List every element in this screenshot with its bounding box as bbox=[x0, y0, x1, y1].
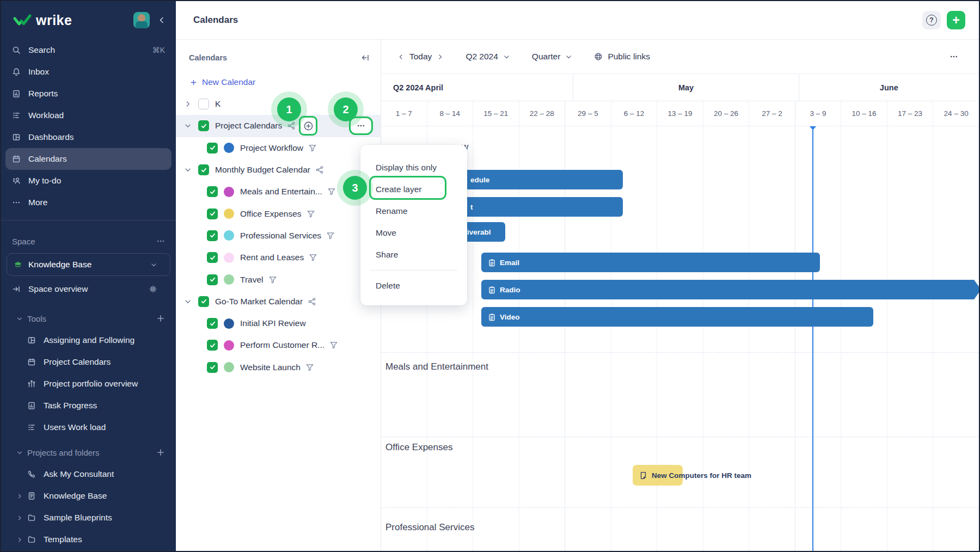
checkbox-checked[interactable] bbox=[207, 274, 218, 285]
filter-icon[interactable] bbox=[305, 363, 314, 372]
calendar-row-rent-leases[interactable]: Rent and Leases bbox=[176, 247, 381, 268]
collapse-panel-icon[interactable] bbox=[361, 53, 370, 62]
projects-folders-header[interactable]: Projects and folders bbox=[1, 441, 176, 463]
sidebar-item-task-progress[interactable]: Task Progress bbox=[1, 395, 176, 416]
checkbox-checked[interactable] bbox=[198, 164, 209, 175]
sidebar-item-project-portfolio[interactable]: Project portfolio overview bbox=[1, 373, 176, 395]
panel-title: Calendars bbox=[189, 53, 227, 62]
chevron-down-icon[interactable] bbox=[184, 298, 192, 305]
chevron-down-icon[interactable] bbox=[184, 122, 192, 130]
sidebar-item-dashboards[interactable]: Dashboards bbox=[1, 126, 176, 148]
add-project-icon[interactable] bbox=[156, 448, 165, 457]
gear-icon[interactable] bbox=[149, 285, 157, 293]
sidebar-collapse-icon[interactable] bbox=[157, 16, 166, 24]
sidebar-item-workload[interactable]: Workload bbox=[1, 105, 176, 126]
checkbox-checked[interactable] bbox=[207, 230, 218, 241]
sidebar-item-users-workload[interactable]: Users Work load bbox=[1, 416, 176, 438]
gantt-note-new-computers[interactable]: New Computers for HR team bbox=[633, 465, 751, 486]
new-calendar-button[interactable]: New Calendar bbox=[176, 71, 381, 93]
calendar-row-initial-kpi[interactable]: Initial KPI Review bbox=[176, 312, 381, 334]
zoom-dropdown[interactable]: Quarter bbox=[532, 52, 573, 62]
date-range-dropdown[interactable]: Q2 2024 bbox=[465, 52, 510, 62]
gantt-bar-video[interactable]: Video bbox=[481, 307, 873, 327]
menu-item-delete[interactable]: Delete bbox=[360, 275, 467, 297]
checkbox-checked[interactable] bbox=[207, 252, 218, 263]
chevron-down-icon[interactable] bbox=[184, 166, 192, 174]
add-layer-button-highlight[interactable] bbox=[299, 116, 317, 136]
checkbox-checked[interactable] bbox=[198, 296, 209, 307]
checkbox-checked[interactable] bbox=[207, 362, 218, 373]
calendar-row-office-expenses[interactable]: Office Expenses bbox=[176, 203, 381, 224]
sidebar-item-assigning-following[interactable]: Assigning and Following bbox=[1, 329, 176, 351]
public-links-button[interactable]: Public links bbox=[594, 52, 650, 62]
ellipsis-icon[interactable] bbox=[357, 121, 365, 130]
sidebar-item-more[interactable]: More bbox=[1, 192, 176, 213]
gantt-bar-email[interactable]: Email bbox=[481, 253, 820, 272]
space-kebab-icon[interactable] bbox=[156, 237, 165, 246]
share-icon[interactable] bbox=[308, 297, 316, 306]
checkbox-checked[interactable] bbox=[207, 143, 218, 154]
checkbox-checked[interactable] bbox=[207, 208, 218, 219]
calendar-row-travel[interactable]: Travel bbox=[176, 268, 381, 290]
sidebar-item-project-calendars[interactable]: Project Calendars bbox=[1, 351, 176, 373]
checkbox-checked[interactable] bbox=[207, 186, 218, 197]
calendar-row-professional-services[interactable]: Professional Services bbox=[176, 225, 381, 247]
chevron-right-icon[interactable] bbox=[16, 514, 23, 522]
sidebar-item-sample-blueprints[interactable]: Sample Blueprints bbox=[1, 507, 176, 529]
next-icon[interactable] bbox=[437, 53, 444, 60]
top-bar: Calendars ? + bbox=[176, 1, 979, 40]
checkbox-checked[interactable] bbox=[207, 340, 218, 351]
calendar-row-website-launch[interactable]: Website Launch bbox=[176, 357, 381, 378]
brand-name: wrike bbox=[36, 13, 72, 28]
menu-item-create-layer[interactable]: Create layer bbox=[360, 179, 467, 200]
calendar-row-perform-customer[interactable]: Perform Customer R... bbox=[176, 334, 381, 356]
chevron-right-icon[interactable] bbox=[16, 493, 23, 500]
sidebar-item-my-todo[interactable]: My to-do bbox=[1, 170, 176, 192]
checkbox-checked[interactable] bbox=[207, 318, 218, 329]
share-icon[interactable] bbox=[287, 121, 296, 130]
prev-icon[interactable] bbox=[397, 53, 405, 60]
gantt-bar-radio[interactable]: Radio bbox=[481, 280, 979, 299]
chevron-right-icon[interactable] bbox=[16, 536, 23, 543]
month-cell-april: Q2 2024 April bbox=[381, 74, 573, 101]
plus-circle-icon[interactable] bbox=[303, 121, 314, 131]
sidebar-item-knowledge-base[interactable]: Knowledge Base bbox=[1, 485, 176, 507]
sidebar-item-templates[interactable]: Templates bbox=[1, 529, 176, 550]
calendar-row-go-to-market[interactable]: Go-To Market Calendar bbox=[176, 291, 381, 312]
filter-icon[interactable] bbox=[309, 253, 317, 262]
menu-item-move[interactable]: Move bbox=[360, 222, 467, 244]
share-icon[interactable] bbox=[315, 165, 324, 174]
sidebar-item-inbox[interactable]: Inbox bbox=[1, 61, 176, 83]
sidebar-item-search[interactable]: Search ⌘K bbox=[1, 39, 176, 61]
add-tool-icon[interactable] bbox=[156, 314, 165, 323]
sidebar-item-ask-my-consultant[interactable]: Ask My Consultant bbox=[1, 463, 176, 485]
menu-item-share[interactable]: Share bbox=[360, 244, 467, 266]
sidebar-item-reports[interactable]: Reports bbox=[1, 83, 176, 105]
row-menu-button-highlight[interactable] bbox=[349, 116, 373, 135]
menu-item-display-this-only[interactable]: Display this only bbox=[360, 157, 467, 179]
timeline-menu-icon[interactable] bbox=[950, 52, 958, 61]
menu-item-rename[interactable]: Rename bbox=[360, 200, 467, 222]
sidebar-item-space-overview[interactable]: Space overview bbox=[1, 278, 176, 300]
filter-icon[interactable] bbox=[327, 187, 336, 196]
filter-icon[interactable] bbox=[308, 144, 317, 152]
folder-icon bbox=[27, 513, 36, 522]
calendar-row-project-workflow[interactable]: Project Workflow bbox=[176, 137, 381, 159]
today-button[interactable]: Today bbox=[409, 52, 432, 62]
annotation-step-3: 3 bbox=[343, 176, 367, 200]
wrike-logo[interactable]: wrike bbox=[13, 13, 72, 28]
filter-icon[interactable] bbox=[326, 231, 335, 240]
filter-icon[interactable] bbox=[307, 210, 315, 218]
tools-header[interactable]: Tools bbox=[1, 308, 176, 329]
avatar[interactable] bbox=[133, 12, 150, 28]
checkbox-checked[interactable] bbox=[198, 120, 209, 131]
sidebar-item-calendars[interactable]: Calendars bbox=[5, 148, 171, 170]
checkbox-unchecked[interactable] bbox=[198, 99, 209, 109]
today-navigator[interactable]: Today bbox=[397, 52, 444, 62]
chevron-right-icon[interactable] bbox=[184, 100, 192, 108]
filter-icon[interactable] bbox=[329, 341, 338, 349]
create-button[interactable]: + bbox=[947, 11, 965, 29]
space-selector[interactable]: Knowledge Base bbox=[7, 253, 170, 276]
filter-icon[interactable] bbox=[268, 275, 277, 284]
help-button[interactable]: ? bbox=[922, 11, 941, 29]
